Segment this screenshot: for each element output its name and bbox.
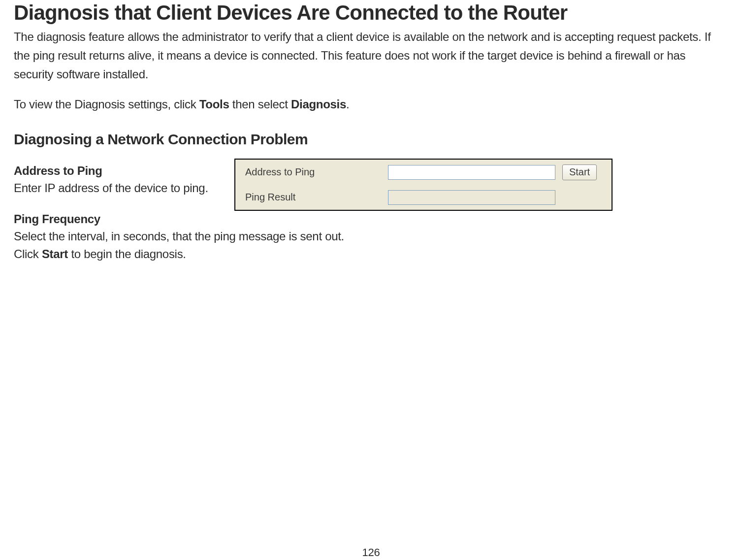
nav-prefix: To view the Diagnosis settings, click: [14, 98, 199, 111]
ping-panel-row-address: Address to Ping Start: [235, 160, 612, 185]
field-title-frequency: Ping Frequency: [14, 211, 728, 228]
nav-diagnosis-bold: Diagnosis: [291, 98, 346, 111]
page-number: 126: [0, 546, 742, 559]
nav-tools-bold: Tools: [199, 98, 229, 111]
body-area: Address to Ping Enter IP address of the …: [14, 163, 728, 263]
field-action-line: Click Start to begin the diagnosis.: [14, 245, 728, 263]
field-desc-frequency: Select the interval, in seconds, that th…: [14, 228, 728, 245]
intro-paragraph: The diagnosis feature allows the adminis…: [14, 28, 728, 84]
ping-panel-row-result: Ping Result: [235, 185, 612, 210]
action-suffix: to begin the diagnosis.: [68, 247, 186, 261]
nav-suffix: .: [346, 98, 349, 111]
nav-mid: then select: [229, 98, 291, 111]
section-title: Diagnosing a Network Connection Problem: [14, 131, 728, 148]
result-output: [388, 190, 555, 205]
field-block-frequency: Ping Frequency Select the interval, in s…: [14, 211, 728, 263]
panel-label-result: Ping Result: [245, 192, 388, 203]
document-page: Diagnosis that Client Devices Are Connec…: [0, 0, 742, 560]
panel-label-address: Address to Ping: [245, 166, 388, 178]
nav-instruction: To view the Diagnosis settings, click To…: [14, 96, 728, 113]
address-input[interactable]: [388, 165, 555, 180]
action-prefix: Click: [14, 247, 42, 261]
ping-panel: Address to Ping Start Ping Result: [234, 159, 613, 211]
start-button[interactable]: Start: [562, 165, 597, 180]
page-title: Diagnosis that Client Devices Are Connec…: [14, 0, 728, 25]
action-bold: Start: [42, 247, 68, 261]
